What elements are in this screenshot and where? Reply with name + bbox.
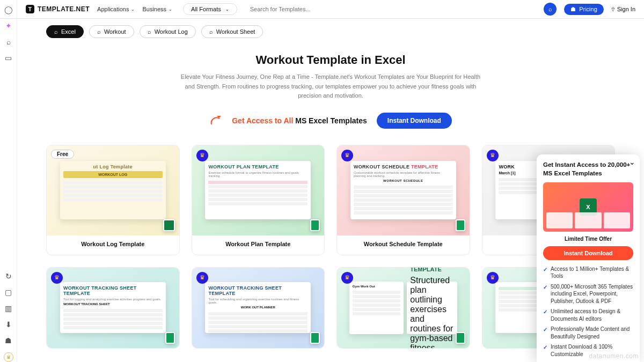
user-icon[interactable]: ◯ [4,5,13,14]
sheets-badge-icon [310,332,320,344]
check-icon: ✓ [543,344,547,358]
benefit-text: Unlimited access to Design & Documents A… [551,308,633,322]
logo[interactable]: T TEMPLATE.NET [26,5,90,13]
popup-download-button[interactable]: Instant Download [543,246,633,260]
image-icon[interactable]: ▢ [5,288,12,297]
card-thumbnail: ♛ WORKOUT TRACKING SHEET TEMPLATE Tool f… [192,268,325,348]
search-wrap [245,6,536,12]
crown-icon[interactable]: ♛ [4,352,13,362]
formats-dropdown[interactable]: All Formats⌄ [183,3,237,15]
search-icon: ⌕ [54,28,58,35]
sparkle-icon[interactable]: ✦ [5,21,12,30]
thumb-subline: Tool for logging and analyzing exercise … [63,298,163,301]
check-icon: ✓ [543,326,547,340]
benefit-text: Professionally Made Content and Beautifu… [551,326,633,340]
left-rail: ◯ ✦ ⌕ ▭ ↻ ▢ ▥ ⬇ ☗ ♛ [0,0,17,362]
chip-label: Excel [61,28,76,35]
template-card[interactable]: ♛ WORKOUT SCHEDULE TEMPLATE Customizable… [336,145,470,255]
chip-workout-log[interactable]: ⌕Workout Log [140,25,196,38]
thumb-subline: Tool for scheduling and organizing exerc… [208,298,308,304]
crown-badge-icon: ♛ [487,150,499,161]
header: T TEMPLATE.NET Applications⌄ Business⌄ A… [0,0,644,19]
chip-workout-sheet[interactable]: ⌕Workout Sheet [201,25,264,38]
card-thumbnail: ♛ WORKOUT PLAN TEMPLATE Exercise schedul… [192,145,325,235]
template-card[interactable]: Free ut Log Template WORKOUT LOG Workout… [46,145,180,255]
template-card[interactable]: ♛ Gym Work Out GYMWORKOUTTEMPLATE Struct… [336,267,470,349]
search-icon: ⌕ [209,28,213,35]
tag-icon: ☗ [570,6,576,13]
cta-bar: Get Access to All MS Excel Templates Ins… [46,113,615,129]
hero: Workout Template in Excel Elevate Your F… [46,53,615,101]
thumb-panel-title: Gym Work Out [353,285,401,288]
popup-hero-image: X [543,182,633,232]
watermark: datanumen.com [589,352,639,360]
benefit-text: 500,000+ Microsoft 365 Templates includi… [551,283,633,305]
benefit-item: ✓Unlimited access to Design & Documents … [543,308,633,322]
chevron-down-icon: ⌄ [225,7,229,12]
check-icon: ✓ [543,266,547,280]
popup-limited: Limited Time Offer [543,236,633,242]
thumb-subline: Structured plan outlining exercises and … [410,276,453,349]
thumb-inner-title: WORKOUT TRACKING SHEET [63,302,163,306]
template-grid: Free ut Log Template WORKOUT LOG Workout… [46,145,615,349]
filter-chips: ⌕Excel ⌕Workout ⌕Workout Log ⌕Workout Sh… [46,25,615,38]
thumb-inner-title: WORKOUT SCHEDULE [354,179,453,182]
benefit-item: ✓500,000+ Microsoft 365 Templates includ… [543,283,633,305]
cta-download-button[interactable]: Instant Download [377,113,452,129]
template-card[interactable]: ♛ WORKOUT TRACKING SHEET TEMPLATE Tool f… [192,267,325,349]
thumb-heading: WORKOUT TRACKING SHEET TEMPLATE [63,285,163,296]
card-title: Workout Plan Template [192,235,325,255]
excel-badge-icon [163,219,175,231]
thumb-heading: WORKOUT TRACKING SHEET TEMPLATE [208,285,308,296]
search-icon: ⌕ [148,28,151,35]
nav-applications[interactable]: Applications⌄ [97,6,135,12]
sheets-badge-icon [456,219,465,231]
pricing-button[interactable]: ☗ Pricing [564,4,604,15]
popup-title: Get Instant Access to 20,000+ MS Excel T… [543,161,633,178]
cta-text: Get Access to All MS Excel Templates [232,116,367,125]
signin-link[interactable]: ⍢ Sign In [611,6,635,12]
chevron-down-icon: ⌄ [131,7,135,12]
formats-label: All Formats [191,6,221,12]
page-subtitle: Elevate Your Fitness Journey, One Rep at… [180,72,481,101]
promo-popup: ⌄ Get Instant Access to 20,000+ MS Excel… [537,154,640,362]
benefit-text: Access to 1 Million+ Templates & Tools [551,265,633,280]
chip-workout[interactable]: ⌕Workout [89,25,134,38]
card-title: Workout Log Template [47,235,179,255]
benefit-item: ✓Access to 1 Million+ Templates & Tools [543,265,633,280]
benefit-item: ✓Professionally Made Content and Beautif… [543,326,633,340]
template-card[interactable]: ♛ WORKOUT PLAN TEMPLATE Exercise schedul… [192,145,325,255]
chip-excel[interactable]: ⌕Excel [46,25,84,38]
search-icon[interactable]: ⌕ [6,38,11,46]
history-icon[interactable]: ↻ [5,272,12,280]
thumb-heading: ut Log Template [63,164,163,169]
thumb-subline: Exercise schedule format to organize fit… [208,171,308,178]
check-icon: ✓ [543,284,547,305]
search-input[interactable] [250,6,531,12]
store-icon[interactable]: ☗ [5,336,12,345]
card-thumbnail: Free ut Log Template WORKOUT LOG [47,145,179,235]
layout-icon[interactable]: ▥ [5,304,12,313]
thumb-inner-title: WORK OUT PLANNER [208,306,308,309]
thumb-strip: WORKOUT LOG [63,171,163,178]
thumb-big-text: GYMWORKOUTTEMPLATE [410,267,441,272]
close-icon[interactable]: ⌄ [629,158,635,166]
card-thumbnail: ♛ WORKOUT SCHEDULE TEMPLATE Customizable… [337,145,470,235]
thumb-split: Gym Work Out GYMWORKOUTTEMPLATE Structur… [349,282,457,334]
sheets-badge-icon [456,332,465,344]
template-card[interactable]: ♛ WORKOUT TRACKING SHEET TEMPLATE Tool f… [46,267,180,349]
card-title: Workout Schedule Template [337,235,470,255]
search-icon: ⌕ [97,28,101,35]
logo-badge-icon: T [26,5,34,13]
crown-badge-icon: ♛ [341,150,353,161]
crown-badge-icon: ♛ [341,272,353,284]
free-badge: Free [51,150,74,159]
folder-icon[interactable]: ▭ [5,54,12,62]
search-button[interactable]: ⌕ [544,3,557,16]
card-thumbnail: ♛ Gym Work Out GYMWORKOUTTEMPLATE Struct… [337,268,470,348]
download-icon[interactable]: ⬇ [5,320,12,329]
chip-label: Workout Sheet [216,28,255,35]
nav-business[interactable]: Business⌄ [142,6,172,12]
cta-prefix: Get Access to All [232,116,295,125]
signin-label: Sign In [617,6,635,12]
